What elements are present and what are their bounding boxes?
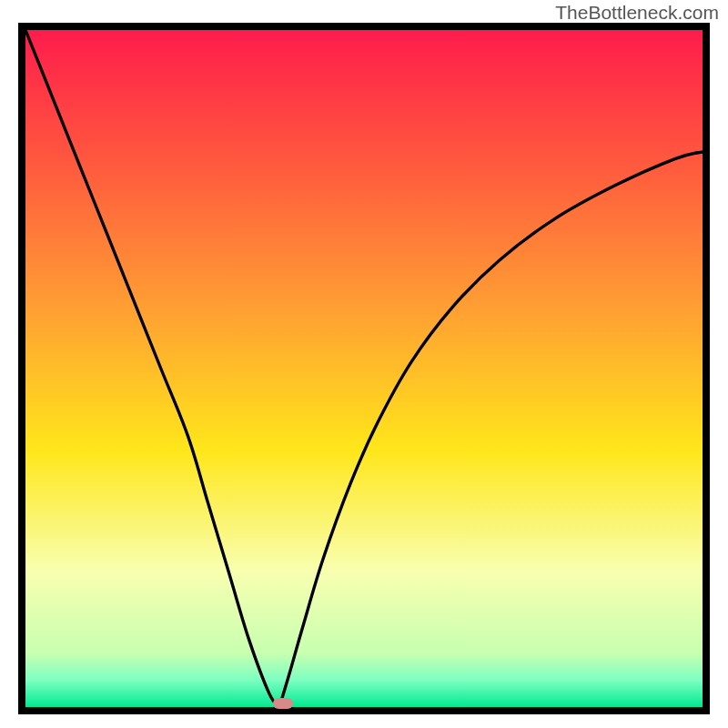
optimal-point-marker xyxy=(273,698,293,709)
chart-container: TheBottleneck.com xyxy=(0,0,728,728)
curve-right-path xyxy=(279,152,703,707)
watermark-text: TheBottleneck.com xyxy=(555,2,719,24)
bottleneck-curve xyxy=(25,30,703,707)
plot-frame xyxy=(18,23,710,714)
curve-left-path xyxy=(25,30,279,707)
